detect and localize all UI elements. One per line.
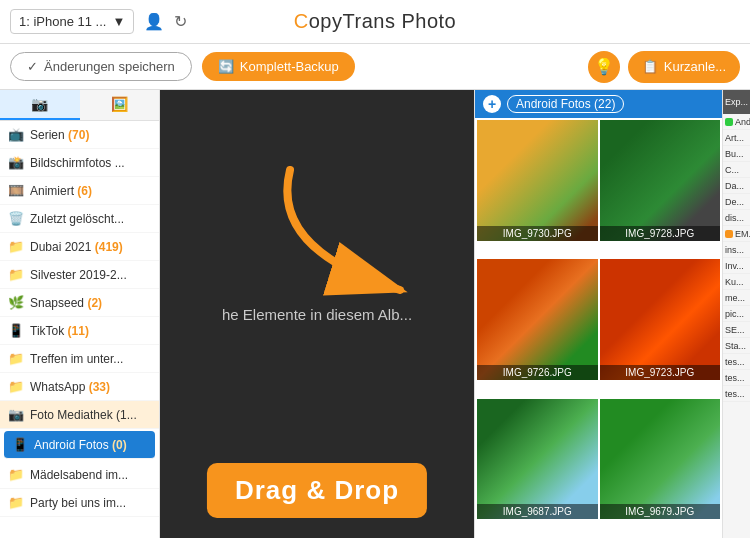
photo-panel-header: + Android Fotos (22) — [475, 90, 722, 118]
header-icons: 👤 ↻ — [144, 12, 187, 31]
sidebar-item-foto-mediathek[interactable]: 📷 Foto Mediathek (1... — [0, 401, 159, 429]
backup-label: Komplett-Backup — [240, 59, 339, 74]
sidebar-item-label: TikTok (11) — [30, 324, 89, 338]
sidebar-item-tiktok[interactable]: 📱 TikTok (11) — [0, 317, 159, 345]
silvester-icon: 📁 — [8, 267, 24, 282]
sidebar-item-treffen[interactable]: 📁 Treffen im unter... — [0, 345, 159, 373]
zuletzt-icon: 🗑️ — [8, 211, 24, 226]
photo-thumb-6[interactable]: IMG_9679.JPG — [600, 399, 721, 520]
device-label: 1: iPhone 11 ... — [19, 14, 106, 29]
chevron-down-icon: ▼ — [112, 14, 125, 29]
android-fotos-icon: 📱 — [12, 437, 28, 452]
album-badge: Android Fotos (22) — [507, 95, 624, 113]
account-icon[interactable]: 👤 — [144, 12, 164, 31]
fr-item-art[interactable]: Art... — [723, 130, 750, 146]
toolbar: ✓ Änderungen speichern 🔄 Komplett-Backup… — [0, 44, 750, 90]
photo-thumb-3[interactable]: IMG_9726.JPG — [477, 259, 598, 380]
far-right-panel: Exp... And... Art... Bu... C... Da... De… — [722, 90, 750, 538]
photo-filename-4: IMG_9723.JPG — [600, 365, 721, 380]
sidebar-item-silvester[interactable]: 📁 Silvester 2019-2... — [0, 261, 159, 289]
photo-thumb-4[interactable]: IMG_9723.JPG — [600, 259, 721, 380]
toolbar-right: 💡 📋 Kurzanle... — [588, 51, 740, 83]
sidebar-item-zuletzt[interactable]: 🗑️ Zuletzt gelöscht... — [0, 205, 159, 233]
sidebar-item-serien[interactable]: 📺 Serien (70) — [0, 121, 159, 149]
fr-item-ku[interactable]: Ku... — [723, 274, 750, 290]
serien-icon: 📺 — [8, 127, 24, 142]
drag-drop-text: Drag & Drop — [235, 475, 399, 505]
foto-mediathek-icon: 📷 — [8, 407, 24, 422]
main-layout: 📷 🖼️ 📺 Serien (70) 📸 Bildschirmfotos ...… — [0, 90, 750, 538]
sidebar-item-label: Animiert (6) — [30, 184, 92, 198]
sidebar-item-animiert[interactable]: 🎞️ Animiert (6) — [0, 177, 159, 205]
photo-filename-1: IMG_9730.JPG — [477, 226, 598, 241]
sidebar-item-label: Treffen im unter... — [30, 352, 123, 366]
fr-item-de[interactable]: De... — [723, 194, 750, 210]
tab-photos[interactable]: 📷 — [0, 90, 80, 120]
photo-filename-2: IMG_9728.JPG — [600, 226, 721, 241]
animiert-icon: 🎞️ — [8, 183, 24, 198]
bulb-icon: 💡 — [594, 57, 614, 76]
check-icon: ✓ — [27, 59, 38, 74]
snapseed-icon: 🌿 — [8, 295, 24, 310]
sidebar-item-label: Zuletzt gelöscht... — [30, 212, 124, 226]
sidebar-item-whatsapp[interactable]: 📁 WhatsApp (33) — [0, 373, 159, 401]
kurzanleitung-icon: 📋 — [642, 59, 658, 74]
logo-c: C — [294, 10, 309, 32]
fr-item-tes3[interactable]: tes... — [723, 386, 750, 402]
fr-item-c[interactable]: C... — [723, 162, 750, 178]
fr-item-me[interactable]: me... — [723, 290, 750, 306]
drag-drop-badge: Drag & Drop — [207, 463, 427, 518]
fr-item-tes2[interactable]: tes... — [723, 370, 750, 386]
maedelsabend-icon: 📁 — [8, 467, 24, 482]
sidebar-item-maedelsabend[interactable]: 📁 Mädelsabend im... — [0, 461, 159, 489]
sidebar-item-label: Party bei uns im... — [30, 496, 126, 510]
sidebar-item-label: Snapseed (2) — [30, 296, 102, 310]
photo-thumb-1[interactable]: IMG_9730.JPG — [477, 120, 598, 241]
tab-albums[interactable]: 🖼️ — [80, 90, 160, 120]
fr-item-em[interactable]: EM... — [723, 226, 750, 242]
add-photos-icon[interactable]: + — [483, 95, 501, 113]
sidebar-item-label: Android Fotos (0) — [34, 438, 127, 452]
fr-item-tes1[interactable]: tes... — [723, 354, 750, 370]
sidebar-tabs: 📷 🖼️ — [0, 90, 159, 121]
sidebar-item-snapseed[interactable]: 🌿 Snapseed (2) — [0, 289, 159, 317]
fr-item-se[interactable]: SE... — [723, 322, 750, 338]
tip-button[interactable]: 💡 — [588, 51, 620, 83]
arrow-indicator — [260, 150, 460, 310]
fr-item-ins[interactable]: ins... — [723, 242, 750, 258]
sidebar-item-android-fotos[interactable]: 📱 Android Fotos (0) — [4, 431, 155, 459]
sidebar-item-label: Dubai 2021 (419) — [30, 240, 123, 254]
sidebar-item-label: Serien (70) — [30, 128, 89, 142]
treffen-icon: 📁 — [8, 351, 24, 366]
save-changes-button[interactable]: ✓ Änderungen speichern — [10, 52, 192, 81]
fr-item-dis[interactable]: dis... — [723, 210, 750, 226]
backup-button[interactable]: 🔄 Komplett-Backup — [202, 52, 355, 81]
sidebar-item-label: WhatsApp (33) — [30, 380, 110, 394]
fr-item-inv[interactable]: Inv... — [723, 258, 750, 274]
kurzanleitung-button[interactable]: 📋 Kurzanle... — [628, 51, 740, 83]
sidebar-item-bildschirmfotos[interactable]: 📸 Bildschirmfotos ... — [0, 149, 159, 177]
photo-filename-6: IMG_9679.JPG — [600, 504, 721, 519]
sidebar-item-label: Mädelsabend im... — [30, 468, 128, 482]
fr-item-sta[interactable]: Sta... — [723, 338, 750, 354]
device-selector[interactable]: 1: iPhone 11 ... ▼ — [10, 9, 134, 34]
fr-item-pic[interactable]: pic... — [723, 306, 750, 322]
far-right-header: Exp... — [723, 90, 750, 114]
photo-filename-3: IMG_9726.JPG — [477, 365, 598, 380]
sidebar-item-dubai[interactable]: 📁 Dubai 2021 (419) — [0, 233, 159, 261]
photo-panel: + Android Fotos (22) IMG_9730.JPG IMG_97… — [474, 90, 722, 538]
refresh-icon[interactable]: ↻ — [174, 12, 187, 31]
photo-filename-5: IMG_9687.JPG — [477, 504, 598, 519]
sidebar-item-label: Silvester 2019-2... — [30, 268, 127, 282]
bildschirmfotos-icon: 📸 — [8, 155, 24, 170]
fr-item-and[interactable]: And... — [723, 114, 750, 130]
photo-thumb-2[interactable]: IMG_9728.JPG — [600, 120, 721, 241]
fr-item-bu[interactable]: Bu... — [723, 146, 750, 162]
fr-item-da[interactable]: Da... — [723, 178, 750, 194]
dubai-icon: 📁 — [8, 239, 24, 254]
sidebar-item-party[interactable]: 📁 Party bei uns im... — [0, 489, 159, 517]
sidebar-item-label: Foto Mediathek (1... — [30, 408, 137, 422]
photo-grid: IMG_9730.JPG IMG_9728.JPG IMG_9726.JPG I… — [475, 118, 722, 538]
sidebar: 📷 🖼️ 📺 Serien (70) 📸 Bildschirmfotos ...… — [0, 90, 160, 538]
photo-thumb-5[interactable]: IMG_9687.JPG — [477, 399, 598, 520]
